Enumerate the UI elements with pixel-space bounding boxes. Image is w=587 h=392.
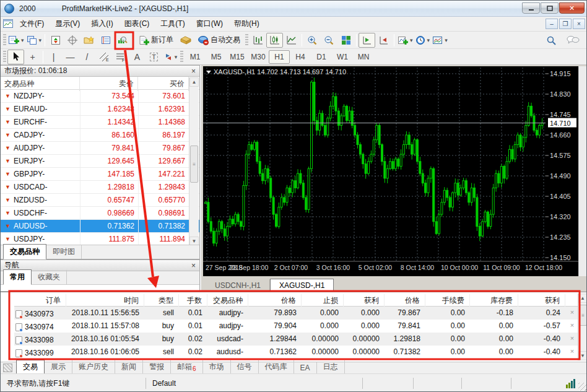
- market-watch-tab[interactable]: 即时图: [46, 245, 82, 259]
- symbol-row[interactable]: ▼AUDJPY- 79.841 79.867: [1, 142, 199, 155]
- dropdown-icon[interactable]: ▾: [410, 37, 413, 43]
- tile-windows-button[interactable]: [337, 33, 354, 48]
- dropdown-icon[interactable]: ▾: [39, 37, 42, 43]
- column-symbol[interactable]: 交易品种: [1, 77, 80, 91]
- window-maximize-button[interactable]: [541, 2, 559, 14]
- strategy-tester-button[interactable]: [114, 33, 131, 48]
- chart-close-button[interactable]: ×: [573, 19, 585, 29]
- scroll-up-icon[interactable]: ▲: [189, 77, 199, 87]
- autotrading-button[interactable]: 自动交易: [194, 33, 244, 48]
- order-column-header[interactable]: 库存费: [470, 294, 518, 307]
- terminal-tab[interactable]: 信号: [231, 360, 259, 373]
- order-row[interactable]: 3433099 2018.10.16 01:06:05 sell 0.02 au…: [14, 346, 578, 359]
- resize-grip[interactable]: [578, 383, 586, 391]
- terminal-tab[interactable]: 新闻: [115, 360, 143, 373]
- symbol-row[interactable]: ▼GBPJPY- 147.185 147.221: [1, 168, 199, 181]
- auto-scroll-button[interactable]: [359, 33, 375, 48]
- order-column-header[interactable]: 获利: [518, 294, 565, 307]
- toolbar-grip[interactable]: [3, 34, 6, 46]
- cursor-button[interactable]: [7, 50, 24, 64]
- equidistant-channel-button[interactable]: E: [95, 50, 112, 64]
- text-label-button[interactable]: T: [146, 50, 162, 64]
- order-row[interactable]: 3433098 2018.10.16 01:05:54 buy 0.02 usd…: [14, 333, 578, 346]
- close-order-icon[interactable]: ×: [565, 320, 578, 333]
- horizontal-line-button[interactable]: —: [62, 50, 79, 64]
- symbol-row[interactable]: ▼CADJPY- 86.160 86.197: [1, 129, 199, 142]
- window-minimize-button[interactable]: [522, 2, 540, 14]
- timeframe-button[interactable]: H4: [290, 50, 311, 64]
- timeframe-button[interactable]: W1: [332, 50, 353, 64]
- status-profile[interactable]: Default: [146, 378, 363, 389]
- timeframe-button[interactable]: D1: [311, 50, 332, 64]
- order-row[interactable]: 3430974 2018.10.11 15:57:08 buy 0.01 aud…: [14, 320, 578, 333]
- dropdown-icon[interactable]: ▾: [427, 37, 430, 43]
- order-column-header[interactable]: 时间: [66, 294, 144, 307]
- zoom-out-button[interactable]: [321, 33, 337, 48]
- workspace-scrollbar[interactable]: [578, 66, 587, 276]
- menu-item[interactable]: 图表(C): [119, 17, 155, 31]
- scrollbar-thumb[interactable]: ≡: [579, 305, 587, 326]
- new-order-button[interactable]: 新订单: [135, 33, 177, 48]
- trendline-button[interactable]: /: [79, 50, 95, 64]
- vertical-line-button[interactable]: |: [45, 50, 62, 64]
- navigator-tab[interactable]: 收藏夹: [32, 270, 67, 284]
- close-order-icon[interactable]: ×: [565, 333, 578, 346]
- search-button[interactable]: [543, 33, 560, 48]
- column-buy[interactable]: 买价: [138, 77, 189, 91]
- symbol-row[interactable]: ▼USDCAD- 1.29818 1.29843: [1, 181, 199, 194]
- line-chart-button[interactable]: [283, 33, 300, 48]
- chart-tab[interactable]: USDCNH-,H1: [206, 279, 270, 292]
- terminal-tab[interactable]: 账户历史: [72, 360, 115, 373]
- terminal-tab[interactable]: 警报: [143, 360, 171, 373]
- terminal-button[interactable]: [97, 33, 114, 48]
- timeframe-button[interactable]: M5: [206, 50, 227, 64]
- new-chart-button[interactable]: ▾: [7, 33, 25, 48]
- close-order-icon[interactable]: ×: [565, 346, 578, 359]
- menu-item[interactable]: 文件(F): [14, 17, 50, 31]
- toolbar-grip[interactable]: [180, 51, 183, 63]
- chart-tab[interactable]: XAGUSD-,H1: [270, 279, 334, 292]
- close-icon[interactable]: ×: [191, 68, 196, 75]
- dropdown-icon[interactable]: ▾: [445, 37, 448, 43]
- order-column-header[interactable]: 手续费: [425, 294, 470, 307]
- data-window-button[interactable]: [64, 33, 80, 48]
- chart-minimize-button[interactable]: –: [546, 19, 558, 29]
- chart-restore-button[interactable]: ❐: [559, 19, 572, 29]
- toolbar-grip[interactable]: [245, 34, 248, 46]
- window-close-button[interactable]: ✕: [559, 2, 585, 14]
- scroll-down-icon[interactable]: ▼: [578, 351, 587, 360]
- symbol-row[interactable]: ▼EURJPY- 129.645 129.667: [1, 155, 199, 168]
- menu-item[interactable]: 帮助(H): [228, 17, 265, 31]
- terminal-tab[interactable]: EA: [294, 362, 317, 373]
- timeframe-button[interactable]: MN: [353, 50, 374, 64]
- chat-button[interactable]: [565, 33, 581, 48]
- navigator-button[interactable]: [80, 33, 97, 48]
- order-column-header[interactable]: 获利: [344, 294, 385, 307]
- indicators-button[interactable]: ▾: [396, 33, 414, 48]
- terminal-tab[interactable]: 交易: [16, 360, 45, 374]
- toolbar-grip[interactable]: [3, 51, 6, 63]
- order-column-header[interactable]: 价格: [385, 294, 425, 307]
- terminal-scrollbar[interactable]: ▲ ≡ ▼: [578, 294, 587, 360]
- close-icon[interactable]: ×: [191, 262, 196, 269]
- market-watch-scrollbar[interactable]: ▲ ≡ ▼: [189, 77, 199, 246]
- order-column-header[interactable]: 止损: [302, 294, 344, 307]
- symbol-row[interactable]: ▼NZDJPY- 73.544 73.601: [1, 90, 199, 103]
- symbol-row[interactable]: ▼EURAUD- 1.62348 1.62391: [1, 103, 199, 116]
- navigator-tab[interactable]: 常用: [3, 269, 32, 285]
- text-button[interactable]: A: [129, 50, 146, 64]
- bar-chart-button[interactable]: [250, 33, 266, 48]
- toolbox-button[interactable]: [177, 33, 194, 48]
- terminal-tab[interactable]: 展示: [45, 360, 72, 373]
- market-watch-button[interactable]: [47, 33, 64, 48]
- menu-item[interactable]: 窗口(W): [191, 17, 228, 31]
- profiles-button[interactable]: ▾: [25, 33, 43, 48]
- symbol-row[interactable]: ▼AUDUSD- 0.71362 0.71382: [1, 220, 199, 233]
- order-column-header[interactable]: 价格: [248, 294, 302, 307]
- timeframe-button[interactable]: M1: [185, 50, 206, 64]
- zoom-in-button[interactable]: [304, 33, 321, 48]
- menu-item[interactable]: 插入(I): [85, 17, 118, 31]
- menu-item[interactable]: 显示(V): [50, 17, 85, 31]
- timeframe-button[interactable]: H1: [269, 50, 290, 64]
- terminal-panel-icon[interactable]: [3, 364, 12, 372]
